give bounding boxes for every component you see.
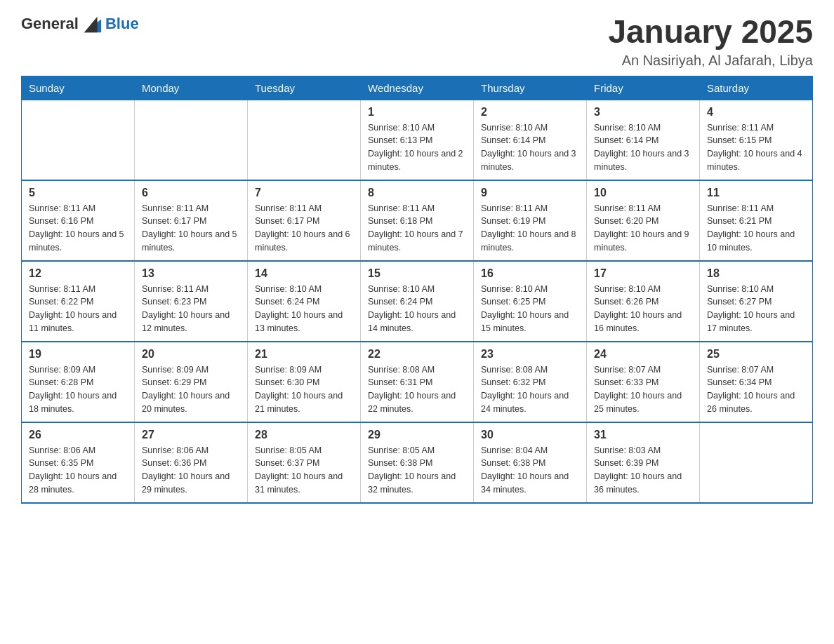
calendar-cell: 5Sunrise: 8:11 AMSunset: 6:16 PMDaylight…: [22, 180, 135, 261]
day-number: 27: [142, 429, 240, 441]
day-info: Sunrise: 8:07 AMSunset: 6:33 PMDaylight:…: [594, 363, 692, 416]
day-info: Sunrise: 8:10 AMSunset: 6:13 PMDaylight:…: [368, 121, 466, 174]
day-info: Sunrise: 8:05 AMSunset: 6:38 PMDaylight:…: [368, 444, 466, 497]
day-number: 22: [368, 348, 466, 361]
day-number: 30: [481, 429, 579, 441]
calendar-cell: 19Sunrise: 8:09 AMSunset: 6:28 PMDayligh…: [22, 342, 135, 422]
day-info: Sunrise: 8:08 AMSunset: 6:31 PMDaylight:…: [368, 363, 466, 416]
calendar-cell: 4Sunrise: 8:11 AMSunset: 6:15 PMDaylight…: [700, 100, 813, 180]
calendar-week-row: 19Sunrise: 8:09 AMSunset: 6:28 PMDayligh…: [22, 342, 813, 422]
day-info: Sunrise: 8:10 AMSunset: 6:27 PMDaylight:…: [707, 283, 805, 335]
calendar-cell: 22Sunrise: 8:08 AMSunset: 6:31 PMDayligh…: [361, 342, 474, 422]
day-info: Sunrise: 8:11 AMSunset: 6:15 PMDaylight:…: [707, 121, 805, 174]
calendar-cell: [700, 422, 813, 503]
calendar-cell: 26Sunrise: 8:06 AMSunset: 6:35 PMDayligh…: [22, 422, 135, 503]
day-number: 14: [255, 267, 353, 280]
calendar-cell: 10Sunrise: 8:11 AMSunset: 6:20 PMDayligh…: [587, 180, 700, 261]
calendar-cell: 8Sunrise: 8:11 AMSunset: 6:18 PMDaylight…: [361, 180, 474, 261]
day-number: 21: [255, 348, 353, 361]
calendar-cell: 12Sunrise: 8:11 AMSunset: 6:22 PMDayligh…: [22, 261, 135, 342]
day-number: 3: [594, 106, 692, 119]
day-number: 25: [707, 348, 805, 361]
calendar-cell: 17Sunrise: 8:10 AMSunset: 6:26 PMDayligh…: [587, 261, 700, 342]
day-header-sunday: Sunday: [22, 76, 135, 100]
day-number: 1: [368, 106, 466, 119]
day-info: Sunrise: 8:10 AMSunset: 6:26 PMDaylight:…: [594, 283, 692, 335]
day-number: 4: [707, 106, 805, 119]
calendar-cell: 14Sunrise: 8:10 AMSunset: 6:24 PMDayligh…: [248, 261, 361, 342]
calendar-cell: 23Sunrise: 8:08 AMSunset: 6:32 PMDayligh…: [474, 342, 587, 422]
day-number: 5: [29, 187, 127, 199]
day-header-saturday: Saturday: [700, 76, 813, 100]
calendar-cell: [135, 100, 248, 180]
calendar-week-row: 1Sunrise: 8:10 AMSunset: 6:13 PMDaylight…: [22, 100, 813, 180]
day-info: Sunrise: 8:11 AMSunset: 6:22 PMDaylight:…: [29, 283, 127, 335]
calendar-cell: 1Sunrise: 8:10 AMSunset: 6:13 PMDaylight…: [361, 100, 474, 180]
calendar-cell: [248, 100, 361, 180]
calendar-cell: 20Sunrise: 8:09 AMSunset: 6:29 PMDayligh…: [135, 342, 248, 422]
day-info: Sunrise: 8:03 AMSunset: 6:39 PMDaylight:…: [594, 444, 692, 497]
calendar-cell: 2Sunrise: 8:10 AMSunset: 6:14 PMDaylight…: [474, 100, 587, 180]
day-info: Sunrise: 8:04 AMSunset: 6:38 PMDaylight:…: [481, 444, 579, 497]
day-info: Sunrise: 8:11 AMSunset: 6:23 PMDaylight:…: [142, 283, 240, 335]
calendar-cell: 24Sunrise: 8:07 AMSunset: 6:33 PMDayligh…: [587, 342, 700, 422]
logo: General Blue: [21, 14, 139, 34]
page-header: General Blue January 2025 An Nasiriyah, …: [21, 14, 813, 69]
calendar-cell: 28Sunrise: 8:05 AMSunset: 6:37 PMDayligh…: [248, 422, 361, 503]
day-info: Sunrise: 8:11 AMSunset: 6:21 PMDaylight:…: [707, 202, 805, 255]
day-info: Sunrise: 8:10 AMSunset: 6:25 PMDaylight:…: [481, 283, 579, 335]
day-info: Sunrise: 8:07 AMSunset: 6:34 PMDaylight:…: [707, 363, 805, 416]
day-number: 16: [481, 267, 579, 280]
calendar-cell: 15Sunrise: 8:10 AMSunset: 6:24 PMDayligh…: [361, 261, 474, 342]
calendar-cell: 11Sunrise: 8:11 AMSunset: 6:21 PMDayligh…: [700, 180, 813, 261]
month-year-title: January 2025: [608, 14, 813, 50]
calendar-cell: 27Sunrise: 8:06 AMSunset: 6:36 PMDayligh…: [135, 422, 248, 503]
day-number: 18: [707, 267, 805, 280]
day-number: 6: [142, 187, 240, 199]
title-block: January 2025 An Nasiriyah, Al Jafarah, L…: [608, 14, 813, 69]
day-number: 2: [481, 106, 579, 119]
calendar-cell: 6Sunrise: 8:11 AMSunset: 6:17 PMDaylight…: [135, 180, 248, 261]
calendar-cell: 18Sunrise: 8:10 AMSunset: 6:27 PMDayligh…: [700, 261, 813, 342]
calendar-week-row: 5Sunrise: 8:11 AMSunset: 6:16 PMDaylight…: [22, 180, 813, 261]
day-number: 12: [29, 267, 127, 280]
day-number: 24: [594, 348, 692, 361]
day-header-monday: Monday: [135, 76, 248, 100]
day-info: Sunrise: 8:09 AMSunset: 6:30 PMDaylight:…: [255, 363, 353, 416]
calendar-cell: 7Sunrise: 8:11 AMSunset: 6:17 PMDaylight…: [248, 180, 361, 261]
day-info: Sunrise: 8:05 AMSunset: 6:37 PMDaylight:…: [255, 444, 353, 497]
svg-marker-1: [84, 17, 98, 32]
day-header-friday: Friday: [587, 76, 700, 100]
day-number: 23: [481, 348, 579, 361]
day-info: Sunrise: 8:11 AMSunset: 6:16 PMDaylight:…: [29, 202, 127, 255]
day-info: Sunrise: 8:09 AMSunset: 6:28 PMDaylight:…: [29, 363, 127, 416]
day-info: Sunrise: 8:11 AMSunset: 6:19 PMDaylight:…: [481, 202, 579, 255]
calendar-cell: 13Sunrise: 8:11 AMSunset: 6:23 PMDayligh…: [135, 261, 248, 342]
day-info: Sunrise: 8:10 AMSunset: 6:24 PMDaylight:…: [368, 283, 466, 335]
day-number: 31: [594, 429, 692, 441]
day-number: 15: [368, 267, 466, 280]
calendar-cell: 9Sunrise: 8:11 AMSunset: 6:19 PMDaylight…: [474, 180, 587, 261]
day-info: Sunrise: 8:06 AMSunset: 6:36 PMDaylight:…: [142, 444, 240, 497]
logo-general-text: General: [21, 15, 79, 33]
day-info: Sunrise: 8:08 AMSunset: 6:32 PMDaylight:…: [481, 363, 579, 416]
calendar-body: 1Sunrise: 8:10 AMSunset: 6:13 PMDaylight…: [22, 100, 813, 503]
calendar-cell: 16Sunrise: 8:10 AMSunset: 6:25 PMDayligh…: [474, 261, 587, 342]
calendar-table: SundayMondayTuesdayWednesdayThursdayFrid…: [21, 76, 813, 504]
day-number: 26: [29, 429, 127, 441]
calendar-cell: 30Sunrise: 8:04 AMSunset: 6:38 PMDayligh…: [474, 422, 587, 503]
day-info: Sunrise: 8:10 AMSunset: 6:14 PMDaylight:…: [594, 121, 692, 174]
day-header-wednesday: Wednesday: [361, 76, 474, 100]
calendar-cell: 31Sunrise: 8:03 AMSunset: 6:39 PMDayligh…: [587, 422, 700, 503]
day-info: Sunrise: 8:10 AMSunset: 6:14 PMDaylight:…: [481, 121, 579, 174]
calendar-cell: 25Sunrise: 8:07 AMSunset: 6:34 PMDayligh…: [700, 342, 813, 422]
day-info: Sunrise: 8:11 AMSunset: 6:17 PMDaylight:…: [142, 202, 240, 255]
day-number: 7: [255, 187, 353, 199]
day-number: 17: [594, 267, 692, 280]
calendar-cell: [22, 100, 135, 180]
location-subtitle: An Nasiriyah, Al Jafarah, Libya: [608, 53, 813, 69]
calendar-cell: 3Sunrise: 8:10 AMSunset: 6:14 PMDaylight…: [587, 100, 700, 180]
day-number: 9: [481, 187, 579, 199]
day-info: Sunrise: 8:11 AMSunset: 6:18 PMDaylight:…: [368, 202, 466, 255]
calendar-header: SundayMondayTuesdayWednesdayThursdayFrid…: [22, 76, 813, 100]
